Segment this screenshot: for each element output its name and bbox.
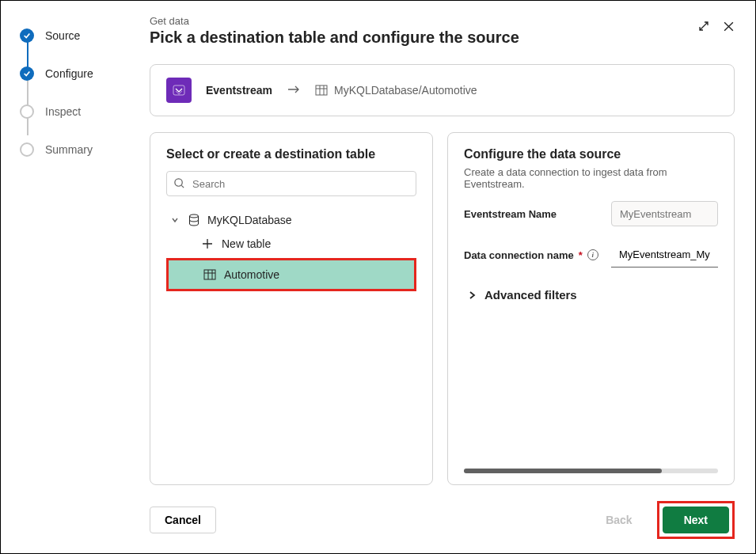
- check-icon: [20, 28, 34, 43]
- right-panel-subtitle: Create a data connection to ingest data …: [464, 166, 718, 190]
- chevron-down-icon: [169, 215, 180, 225]
- right-panel-title: Configure the data source: [464, 147, 718, 161]
- table-tree: MyKQLDatabase New table Automotive: [166, 209, 416, 291]
- next-button[interactable]: Next: [663, 507, 729, 533]
- database-node[interactable]: MyKQLDatabase: [166, 209, 416, 231]
- connection-name-label: Data connection name * i: [464, 249, 598, 261]
- cancel-button[interactable]: Cancel: [150, 507, 216, 533]
- advanced-filters-toggle[interactable]: Advanced filters: [464, 283, 718, 306]
- step-summary[interactable]: Summary: [20, 131, 143, 169]
- back-button: Back: [591, 507, 647, 533]
- eventstream-name-field: [611, 201, 718, 226]
- breadcrumb-source-label: Eventstream: [206, 84, 272, 97]
- search-wrapper: [166, 171, 416, 196]
- scrollbar-thumb[interactable]: [464, 469, 662, 473]
- step-label: Source: [45, 29, 80, 42]
- new-table-button[interactable]: New table: [166, 231, 416, 256]
- expand-icon[interactable]: [697, 20, 710, 32]
- info-icon[interactable]: i: [587, 249, 598, 260]
- header: Get data Pick a destination table and co…: [150, 15, 735, 47]
- step-source[interactable]: Source: [20, 17, 143, 55]
- page-title: Pick a destination table and configure t…: [150, 28, 519, 47]
- step-label: Summary: [45, 143, 93, 156]
- destination-table-panel: Select or create a destination table MyK…: [150, 132, 433, 485]
- step-label: Inspect: [45, 105, 81, 118]
- connection-name-field[interactable]: [611, 242, 718, 268]
- step-inspect[interactable]: Inspect: [20, 93, 143, 131]
- step-label: Configure: [45, 67, 93, 80]
- svg-rect-0: [173, 85, 184, 95]
- search-icon: [173, 177, 185, 189]
- svg-point-2: [175, 179, 182, 186]
- eventstream-icon: [166, 78, 192, 103]
- table-item-automotive[interactable]: Automotive: [169, 260, 414, 289]
- table-icon: [203, 269, 216, 280]
- database-name: MyKQLDatabase: [207, 214, 292, 226]
- plus-icon: [201, 238, 214, 249]
- table-icon: [315, 85, 328, 96]
- chevron-right-icon: [467, 290, 477, 300]
- footer: Cancel Back Next: [150, 501, 735, 539]
- search-input[interactable]: [166, 171, 416, 196]
- stepper-connector: [27, 32, 28, 135]
- eventstream-name-label: Eventstream Name: [464, 208, 598, 220]
- eventstream-name-row: Eventstream Name: [464, 201, 718, 226]
- svg-point-3: [190, 214, 199, 218]
- close-icon[interactable]: [723, 21, 735, 32]
- connection-name-row: Data connection name * i: [464, 242, 718, 268]
- svg-rect-4: [204, 270, 215, 279]
- required-asterisk: *: [579, 249, 583, 261]
- new-table-label: New table: [222, 237, 271, 250]
- svg-rect-1: [316, 85, 327, 95]
- header-small: Get data: [150, 15, 519, 27]
- arrow-right-icon: [287, 84, 301, 97]
- left-panel-title: Select or create a destination table: [166, 147, 416, 161]
- source-dest-breadcrumb: Eventstream MyKQLDatabase/Automotive: [150, 64, 735, 116]
- breadcrumb-destination: MyKQLDatabase/Automotive: [315, 84, 477, 97]
- circle-icon: [20, 104, 34, 119]
- breadcrumb-dest-label: MyKQLDatabase/Automotive: [334, 84, 477, 97]
- highlight-annotation: Next: [657, 501, 735, 539]
- circle-icon: [20, 142, 34, 157]
- check-icon: [20, 66, 34, 81]
- database-icon: [188, 214, 199, 226]
- advanced-filters-label: Advanced filters: [484, 288, 577, 302]
- step-configure[interactable]: Configure: [20, 55, 143, 93]
- stepper-nav: Source Configure Inspect Summary: [1, 1, 143, 553]
- configure-source-panel: Configure the data source Create a data …: [447, 132, 735, 485]
- panels: Select or create a destination table MyK…: [150, 132, 735, 485]
- highlight-annotation: Automotive: [166, 258, 416, 291]
- table-name: Automotive: [224, 268, 279, 281]
- main-content: Get data Pick a destination table and co…: [143, 1, 755, 553]
- horizontal-scrollbar[interactable]: [464, 469, 718, 473]
